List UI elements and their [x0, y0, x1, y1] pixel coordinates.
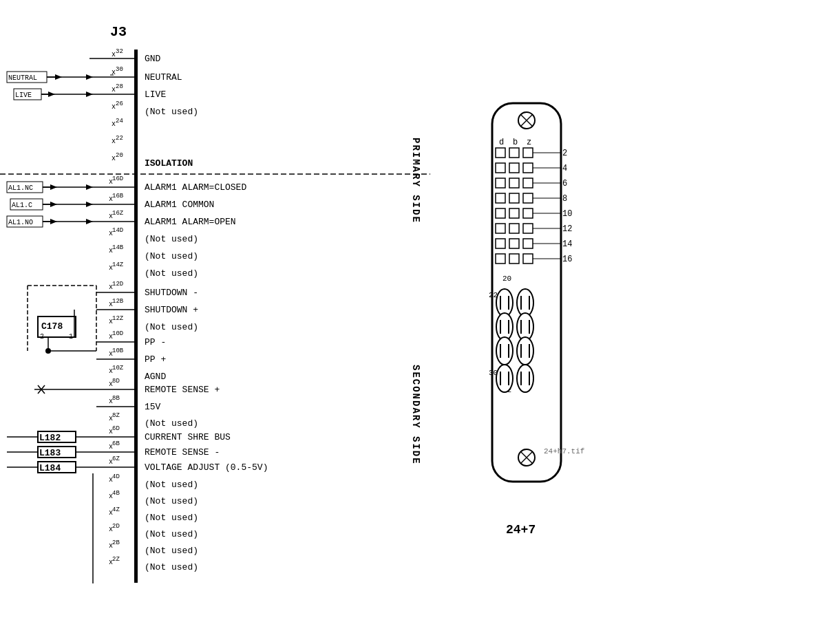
svg-text:AGND: AGND: [145, 372, 166, 382]
svg-rect-170: [496, 148, 505, 158]
tif-label: 24+h7.tif: [544, 447, 584, 455]
svg-text:ISOLATION: ISOLATION: [145, 158, 193, 169]
svg-text:4B: 4B: [112, 490, 120, 497]
svg-text:PP -: PP -: [145, 337, 166, 347]
svg-rect-205: [496, 254, 505, 264]
svg-text:12D: 12D: [112, 281, 123, 288]
svg-rect-186: [509, 193, 519, 203]
svg-rect-202: [523, 239, 533, 248]
svg-text:VOLTAGE ADJUST (0.5-5V): VOLTAGE ADJUST (0.5-5V): [145, 462, 268, 473]
svg-text:12: 12: [562, 224, 572, 234]
svg-text:(Not used): (Not used): [145, 322, 198, 332]
svg-text:20: 20: [116, 152, 123, 159]
connector-bar: [134, 50, 138, 583]
svg-text:24: 24: [116, 118, 123, 125]
j3-label: J3: [110, 24, 127, 40]
svg-rect-197: [523, 224, 533, 233]
svg-text:10D: 10D: [112, 330, 123, 337]
svg-text:2: 2: [40, 333, 44, 341]
svg-rect-187: [523, 193, 533, 203]
svg-marker-21: [48, 92, 55, 97]
primary-side-text: PRIMARY SIDE: [410, 138, 421, 224]
svg-rect-171: [509, 148, 519, 158]
svg-text:AL1.C: AL1.C: [12, 202, 32, 209]
main-container: J3 PRIMARY SIDE SECONDARY SIDE x 32 GND …: [0, 0, 826, 644]
svg-text:ALARM1 ALARM=CLOSED: ALARM1 ALARM=CLOSED: [145, 182, 246, 193]
svg-text:LIVE: LIVE: [145, 89, 166, 100]
svg-text:b: b: [513, 138, 518, 147]
svg-text:PP +: PP +: [145, 354, 166, 365]
svg-text:(Not used): (Not used): [145, 496, 198, 506]
svg-text:16: 16: [562, 255, 572, 264]
svg-text:16Z: 16Z: [112, 210, 124, 217]
svg-point-218: [496, 337, 513, 365]
svg-text:z: z: [527, 138, 531, 147]
svg-marker-10: [55, 74, 62, 80]
svg-point-227: [517, 337, 533, 365]
svg-rect-206: [509, 254, 519, 264]
wiring-diagram: J3 PRIMARY SIDE SECONDARY SIDE x 32 GND …: [0, 0, 468, 619]
svg-text:L183: L183: [39, 448, 61, 458]
svg-rect-195: [496, 224, 505, 233]
svg-rect-175: [496, 163, 505, 173]
svg-text:15V: 15V: [145, 402, 161, 412]
svg-rect-185: [496, 193, 505, 203]
svg-text:22: 22: [116, 135, 123, 142]
svg-text:SHUTDOWN +: SHUTDOWN +: [145, 305, 198, 315]
svg-text:12B: 12B: [112, 298, 124, 305]
svg-text:8: 8: [562, 194, 567, 204]
svg-text:NEUTRAL: NEUTRAL: [145, 72, 182, 83]
svg-text:L184: L184: [39, 463, 61, 473]
svg-text:(Not used): (Not used): [145, 562, 198, 572]
svg-text:2D: 2D: [112, 523, 120, 530]
svg-text:10B: 10B: [112, 347, 124, 354]
svg-rect-172: [523, 148, 533, 158]
svg-rect-177: [523, 163, 533, 173]
svg-point-235: [517, 365, 533, 392]
svg-marker-62: [50, 219, 57, 224]
svg-text:16B: 16B: [112, 193, 124, 200]
svg-text:10Z: 10Z: [112, 365, 124, 372]
svg-text:16D: 16D: [112, 175, 123, 182]
svg-text:(Not used): (Not used): [145, 234, 198, 244]
svg-text:AL1.NC: AL1.NC: [8, 184, 33, 192]
svg-text:1: 1: [69, 333, 73, 341]
svg-text:2B: 2B: [112, 539, 120, 546]
svg-rect-196: [509, 224, 519, 233]
svg-text:30: 30: [116, 66, 123, 73]
svg-text:REMOTE SENSE -: REMOTE SENSE -: [145, 447, 220, 458]
svg-point-232: [496, 365, 513, 392]
svg-text:6D: 6D: [112, 425, 120, 432]
svg-rect-192: [523, 208, 533, 218]
svg-text:8Z: 8Z: [112, 412, 120, 419]
svg-rect-200: [496, 239, 505, 248]
svg-text:LIVE: LIVE: [15, 92, 32, 99]
svg-text:(Not used): (Not used): [145, 251, 198, 261]
svg-text:SHUTDOWN -: SHUTDOWN -: [145, 288, 198, 298]
svg-text:(Not used): (Not used): [145, 529, 198, 539]
connector-label: 24+7: [506, 523, 536, 537]
svg-rect-176: [509, 163, 519, 173]
svg-text:GND: GND: [145, 54, 161, 64]
svg-text:(Not used): (Not used): [145, 418, 198, 429]
svg-text:d: d: [499, 138, 504, 147]
svg-text:6B: 6B: [112, 440, 120, 447]
svg-text:(Not used): (Not used): [145, 480, 198, 490]
connector-diagram: d b z 2 4 6 8 10: [478, 89, 589, 502]
svg-text:2Z: 2Z: [112, 556, 120, 563]
svg-text:(Not used): (Not used): [145, 546, 198, 556]
svg-rect-201: [509, 239, 519, 248]
svg-text:8B: 8B: [112, 395, 120, 402]
svg-rect-182: [523, 178, 533, 188]
svg-text:28: 28: [116, 83, 123, 90]
svg-text:14: 14: [562, 239, 572, 249]
secondary-side-text: SECONDARY SIDE: [410, 365, 421, 465]
svg-text:C178: C178: [41, 321, 63, 332]
svg-rect-207: [523, 254, 533, 264]
svg-rect-190: [496, 208, 505, 218]
svg-text:14Z: 14Z: [112, 261, 124, 268]
svg-text:(Not used): (Not used): [145, 268, 198, 279]
svg-rect-180: [496, 178, 505, 188]
svg-text:14D: 14D: [112, 227, 123, 234]
svg-rect-191: [509, 208, 519, 218]
